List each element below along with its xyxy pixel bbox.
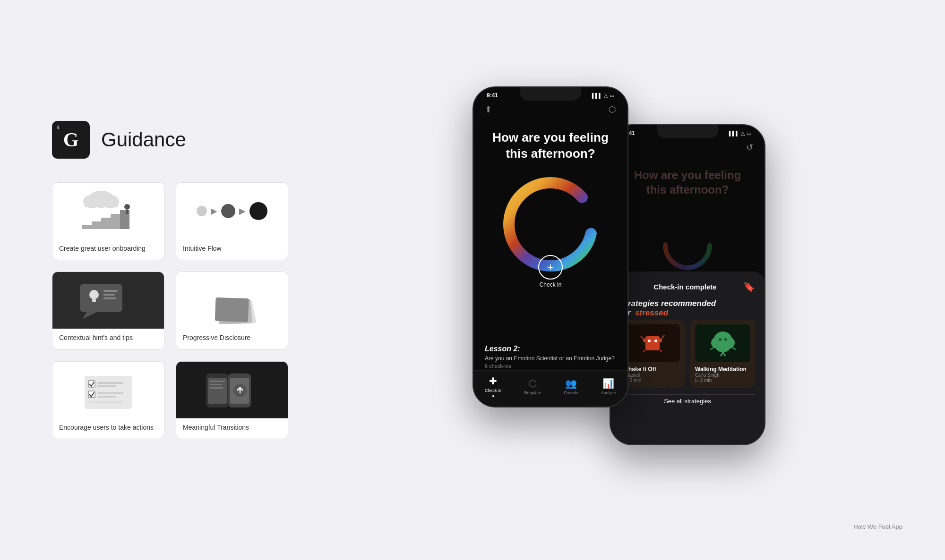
phone-1: 9:41 ▌▌▌ △ ▭ ⬆ ⬡ How are you xyxy=(472,86,628,407)
strategy-card-walking[interactable]: Walking Meditation Gullu Singh ▷ 2 min xyxy=(690,320,755,388)
phone-1-question-text: How are you feeling this afternoon? xyxy=(488,130,613,162)
shake-off-image xyxy=(625,324,680,362)
svg-rect-37 xyxy=(210,387,223,389)
signal-icon-2: ▌▌▌ xyxy=(729,131,739,136)
svg-rect-14 xyxy=(92,299,96,302)
app-credit: How We Feel App xyxy=(853,523,902,530)
nav-label-checkin: Check in xyxy=(485,388,501,393)
progressive-disclosure-label: Progressive Disclosure xyxy=(176,329,288,349)
svg-rect-42 xyxy=(645,336,660,350)
lesson-section: Lesson 2: Are you an Emotion Scientist o… xyxy=(485,345,616,369)
wifi-icon: △ xyxy=(604,93,608,99)
refresh-icon[interactable]: ↺ xyxy=(746,142,753,153)
battery-icon-2: ▭ xyxy=(747,130,751,136)
phone-2-content: 9:41 ▌▌▌ △ ▭ ⬆ ↺ How are you xyxy=(610,125,765,444)
encourage-users-icon xyxy=(70,366,146,414)
svg-rect-7 xyxy=(111,214,120,229)
phone-1-status-icons: ▌▌▌ △ ▭ xyxy=(592,93,614,99)
contextual-hints-label: Contextual hint's and tips xyxy=(52,329,164,349)
signal-icon: ▌▌▌ xyxy=(592,93,602,98)
shake-off-duration: ▷ 2 min xyxy=(625,378,680,383)
svg-line-58 xyxy=(723,352,725,356)
progressive-disclosure-icon-area xyxy=(176,272,288,329)
svg-line-50 xyxy=(660,350,662,351)
svg-rect-36 xyxy=(210,384,222,385)
phone-2-question-text: How are you feeling this afternoon? xyxy=(625,168,750,197)
svg-rect-20 xyxy=(215,297,249,322)
dot-large xyxy=(249,202,267,220)
lesson-checkins: 6 check-ins xyxy=(485,363,616,369)
hexagon-icon[interactable]: ⬡ xyxy=(609,104,616,115)
bookmark-icon[interactable]: 🔖 xyxy=(743,281,755,292)
intuitive-flow-icon: ▶ ▶ xyxy=(197,202,267,220)
phone-1-question: How are you feeling this afternoon? xyxy=(473,130,627,162)
regulate-nav-icon: ⬡ xyxy=(529,378,537,389)
friends-nav-icon: 👥 xyxy=(565,378,577,389)
svg-rect-43 xyxy=(643,339,648,342)
svg-point-40 xyxy=(515,189,585,259)
card-onboarding: Create great user onboarding xyxy=(52,182,164,261)
logo-number: 4 xyxy=(57,125,60,130)
phones-container: 9:41 ▌▌▌ △ ▭ ⬆ ⬡ How are you xyxy=(472,86,765,445)
svg-rect-15 xyxy=(103,290,118,292)
nav-item-analyze[interactable]: 📊 Analyze xyxy=(601,378,616,395)
nav-item-checkin[interactable]: ✚ Check in xyxy=(485,375,501,397)
encourage-users-label: Encourage users to take actions xyxy=(52,418,164,439)
intuitive-flow-icon-area: ▶ ▶ xyxy=(176,183,288,239)
walking-meditation-duration: ▷ 2 min xyxy=(695,378,750,383)
phone-2-question: How are you feeling this afternoon? xyxy=(610,168,765,197)
svg-line-59 xyxy=(710,348,714,349)
walking-meditation-image xyxy=(695,324,750,362)
shake-off-name: Shake It Off xyxy=(625,366,680,373)
walking-meditation-illustration xyxy=(706,327,739,360)
svg-point-41 xyxy=(665,223,710,268)
phone-2-partial-ring xyxy=(640,220,735,272)
checkin-button[interactable]: + Check in xyxy=(538,255,563,288)
svg-line-47 xyxy=(641,336,644,339)
onboarding-label: Create great user onboarding xyxy=(52,239,164,260)
svg-line-49 xyxy=(643,350,645,351)
see-all-strategies[interactable]: See all strategies xyxy=(620,394,755,405)
svg-line-48 xyxy=(662,335,664,339)
encourage-users-icon-area xyxy=(52,362,164,418)
cards-grid: Create great user onboarding ▶ ▶ Intuiti… xyxy=(52,182,288,440)
strategies-label: Strategies recommended xyxy=(620,299,716,308)
svg-rect-23 xyxy=(97,382,123,384)
svg-line-60 xyxy=(732,348,736,349)
stressed-word: stressed xyxy=(635,308,668,317)
nav-label-analyze: Analyze xyxy=(601,390,616,395)
phone-2-status-bar: 9:41 ▌▌▌ △ ▭ xyxy=(610,130,765,136)
progressive-disclosure-icon xyxy=(194,277,270,324)
lesson-subtitle: Are you an Emotion Scientist or an Emoti… xyxy=(485,355,616,362)
phone-2-status-icons: ▌▌▌ △ ▭ xyxy=(729,130,751,136)
nav-item-regulate[interactable]: ⬡ Regulate xyxy=(524,378,541,395)
nav-label-friends: Friends xyxy=(564,390,578,395)
svg-rect-27 xyxy=(97,396,116,398)
phone-1-time: 9:41 xyxy=(487,92,498,99)
card-progressive-disclosure: Progressive Disclosure xyxy=(176,272,288,350)
strategies-recommended-text: Strategies recommended for stressed xyxy=(620,299,755,318)
arrow-right-1: ▶ xyxy=(211,206,217,216)
arrow-right-2: ▶ xyxy=(239,206,246,216)
svg-point-45 xyxy=(648,339,651,342)
logo-letter: G xyxy=(63,128,79,151)
dot-small xyxy=(197,206,207,216)
page-wrapper: 4 G Guidance xyxy=(24,20,921,540)
svg-rect-44 xyxy=(657,339,662,342)
svg-rect-6 xyxy=(101,218,111,229)
meaningful-transitions-label: Meaningful Transitions xyxy=(176,418,288,439)
nav-item-friends[interactable]: 👥 Friends xyxy=(564,378,578,395)
lesson-title: Lesson 2: xyxy=(485,345,616,353)
walking-meditation-author: Gullu Singh xyxy=(695,373,750,378)
svg-rect-17 xyxy=(103,297,116,299)
phone-2-toolbar: ⬆ ↺ xyxy=(610,142,765,153)
logo-box: 4 G xyxy=(52,121,90,159)
share-icon[interactable]: ⬆ xyxy=(485,104,492,115)
sheet-title: Check-in complete xyxy=(653,283,716,291)
meaningful-transitions-icon-area xyxy=(176,362,288,418)
card-encourage-users: Encourage users to take actions xyxy=(52,361,164,440)
strategy-card-shake[interactable]: Shake It Off Atasieā ▷ 2 min xyxy=(620,320,685,388)
right-panel: 9:41 ▌▌▌ △ ▭ ⬆ ⬡ How are you xyxy=(317,20,921,540)
nav-active-dot xyxy=(492,395,494,397)
checkin-plus-icon: + xyxy=(538,255,563,280)
